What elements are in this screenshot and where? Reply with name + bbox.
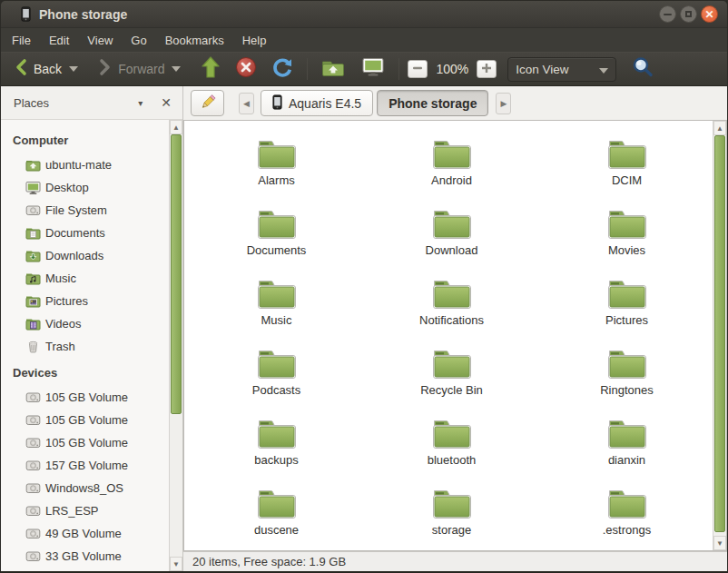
main-scrollbar-thumb[interactable]	[714, 135, 725, 532]
folder-item[interactable]: DCIM	[539, 130, 714, 200]
window-title: Phone storage	[39, 7, 659, 22]
sidebar-item-label: ubuntu-mate	[45, 158, 112, 172]
minimize-button[interactable]	[659, 5, 676, 23]
edit-location-button[interactable]	[191, 90, 224, 116]
folder-icon	[606, 277, 648, 311]
sidebar-item-music[interactable]: Music	[1, 267, 169, 290]
folder-item[interactable]: Alarms	[189, 130, 364, 200]
folder-item[interactable]: Podcasts	[189, 340, 364, 410]
side-pane-close-icon[interactable]: ✕	[161, 96, 172, 109]
folder-item[interactable]: Pictures	[539, 270, 714, 340]
menu-view[interactable]: View	[78, 31, 122, 50]
back-button[interactable]: Back	[8, 55, 84, 83]
scroll-up-icon[interactable]: ▲	[713, 121, 726, 135]
folder-label: Notifications	[419, 313, 484, 327]
sidebar-item-lrs-esp[interactable]: LRS_ESP	[1, 499, 169, 522]
sidebar-item-videos[interactable]: Videos	[1, 312, 169, 335]
sidebar-item-volume[interactable]: 105 GB Volume	[1, 431, 169, 454]
zoom-out-button[interactable]	[408, 60, 428, 78]
folder-item[interactable]: Ringtones	[539, 340, 714, 410]
downloads-folder-icon	[25, 248, 41, 263]
sidebar-item-volume[interactable]: 33 GB Volume	[1, 545, 169, 568]
scroll-down-icon[interactable]: ▼	[170, 557, 182, 571]
sidebar-item-label: Documents	[45, 226, 105, 240]
sidebar-item-documents[interactable]: Documents	[1, 222, 169, 244]
sidebar-scrollbar[interactable]: ▲ ▼	[169, 120, 182, 571]
maximize-button[interactable]	[680, 5, 697, 23]
folder-item[interactable]: Movies	[539, 200, 714, 270]
home-button[interactable]	[316, 55, 350, 84]
sidebar-item-label: 105 GB Volume	[45, 390, 128, 404]
back-history-caret-icon[interactable]	[69, 66, 78, 72]
sidebar-item-volume[interactable]: 157 GB Volume	[1, 454, 169, 477]
search-icon	[631, 55, 654, 83]
menu-bookmarks[interactable]: Bookmarks	[156, 31, 233, 50]
titlebar[interactable]: Phone storage ✕	[1, 1, 727, 28]
main-scrollbar[interactable]: ▲ ▼	[713, 121, 726, 550]
folder-item-partial[interactable]	[429, 542, 471, 551]
folder-item[interactable]: Notifications	[364, 270, 539, 340]
stop-button[interactable]	[230, 54, 262, 84]
drive-icon	[25, 203, 41, 218]
sidebar-item-volume[interactable]: 49 GB Volume	[1, 522, 169, 545]
menu-edit[interactable]: Edit	[40, 31, 78, 50]
search-button[interactable]	[631, 55, 654, 83]
sidebar-item-downloads[interactable]: Downloads	[1, 244, 169, 267]
sidebar-item-pictures[interactable]: Pictures	[1, 290, 169, 312]
sidebar-item-volume-partial[interactable]	[1, 568, 169, 571]
sidebar-item-home[interactable]: ubuntu-mate	[1, 153, 169, 176]
folder-item[interactable]: duscene	[189, 479, 364, 549]
folder-item[interactable]: bluetooth	[364, 410, 539, 479]
menu-file[interactable]: File	[3, 31, 40, 50]
refresh-button[interactable]	[266, 54, 299, 84]
sidebar-item-label: Windows8_OS	[45, 481, 123, 495]
breadcrumb-label: Phone storage	[389, 96, 477, 111]
zoom-in-button[interactable]	[477, 60, 497, 78]
folder-item[interactable]: dianxin	[539, 410, 714, 479]
breadcrumb-current[interactable]: Phone storage	[377, 90, 488, 116]
folder-item[interactable]: Android	[364, 130, 539, 200]
music-folder-icon	[25, 271, 41, 286]
sidebar-scrollbar-thumb[interactable]	[171, 134, 182, 414]
sidebar-item-filesystem[interactable]: File System	[1, 199, 169, 222]
forward-history-caret-icon[interactable]	[172, 66, 181, 72]
path-scroll-left-button[interactable]: ◀	[239, 93, 254, 114]
trash-icon	[25, 339, 41, 354]
folder-item[interactable]: .estrongs	[539, 479, 714, 549]
sidebar-item-volume[interactable]: 105 GB Volume	[1, 409, 169, 431]
sidebar-item-label: Downloads	[45, 249, 103, 262]
computer-button[interactable]	[356, 54, 390, 84]
side-pane-caret-icon[interactable]: ▾	[138, 98, 143, 108]
folder-item[interactable]: storage	[364, 479, 539, 549]
folder-view[interactable]: Alarms Android DCIM Documents	[183, 120, 727, 551]
view-mode-select[interactable]: Icon View	[507, 57, 616, 82]
content-column: ◀ Aquaris E4.5 Phone storage ▶ Alarms	[183, 86, 727, 571]
folder-item[interactable]: Documents	[189, 200, 364, 270]
sidebar-item-volume[interactable]: 105 GB Volume	[1, 386, 169, 409]
scroll-down-icon[interactable]: ▼	[713, 536, 726, 550]
drive-icon	[25, 480, 41, 496]
menu-go[interactable]: Go	[122, 31, 155, 50]
sidebar-item-trash[interactable]: Trash	[1, 335, 169, 358]
up-button[interactable]	[195, 53, 226, 85]
side-pane-header[interactable]: Places ▾ ✕	[1, 86, 182, 120]
folder-label: .estrongs	[603, 523, 651, 537]
folder-label: backups	[254, 453, 298, 467]
breadcrumb-device[interactable]: Aquaris E4.5	[261, 90, 373, 116]
sidebar-item-windows8-os[interactable]: Windows8_OS	[1, 477, 169, 499]
scroll-up-icon[interactable]: ▲	[170, 120, 182, 134]
folder-item[interactable]: backups	[189, 410, 364, 479]
folder-item[interactable]: Recycle Bin	[364, 340, 539, 410]
folder-item[interactable]: Music	[189, 270, 364, 340]
menu-help[interactable]: Help	[233, 31, 276, 50]
close-button[interactable]: ✕	[701, 5, 718, 23]
folder-icon	[606, 347, 648, 381]
folder-item[interactable]: Download	[364, 200, 539, 270]
folder-label: Pictures	[605, 313, 648, 327]
forward-button[interactable]: Forward	[93, 55, 186, 83]
drive-icon	[25, 412, 41, 428]
folder-icon	[256, 347, 298, 381]
back-label: Back	[34, 62, 62, 76]
sidebar-item-desktop[interactable]: Desktop	[1, 176, 169, 199]
path-scroll-right-button[interactable]: ▶	[496, 93, 511, 114]
